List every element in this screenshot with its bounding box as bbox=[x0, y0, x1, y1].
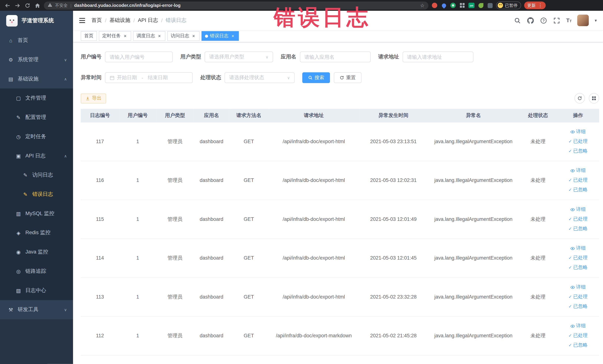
action-ignore-link[interactable]: ✓已忽略 bbox=[557, 341, 599, 350]
cell-actions: 详细✓已处理✓已忽略 bbox=[557, 200, 599, 239]
action-label: 已忽略 bbox=[573, 185, 588, 195]
font-size-icon[interactable]: TT bbox=[566, 17, 572, 23]
reload-icon[interactable] bbox=[24, 2, 31, 9]
help-icon[interactable]: ? bbox=[540, 17, 547, 24]
github-icon[interactable] bbox=[527, 17, 534, 24]
edit-icon: ✎ bbox=[15, 114, 22, 120]
extension-red-icon[interactable] bbox=[431, 2, 438, 8]
sidebar-item-redis-monitor[interactable]: ◈Redis 监控 bbox=[0, 223, 73, 242]
select-placeholder: 请选择用户类型 bbox=[209, 53, 244, 60]
action-detail-link[interactable]: 详细 bbox=[557, 166, 599, 176]
breadcrumb-infrastructure[interactable]: 基础设施 bbox=[110, 17, 130, 24]
breadcrumb-home[interactable]: 首页 bbox=[92, 17, 102, 24]
end-date-placeholder: 结束日期 bbox=[148, 74, 168, 81]
extension-green-circle-icon[interactable] bbox=[450, 2, 456, 8]
profile-sync-paused-chip[interactable]: 已暂停 bbox=[496, 1, 521, 9]
sidebar-item-trace[interactable]: ◎链路追踪 bbox=[0, 262, 73, 281]
sidebar-item-home[interactable]: ⌂首页 bbox=[0, 31, 73, 50]
tab-job[interactable]: 定时任务× bbox=[99, 31, 131, 41]
breadcrumb-api-log[interactable]: API 日志 bbox=[138, 17, 158, 24]
filter-user-id: 用户编号 bbox=[81, 52, 173, 62]
search-icon[interactable] bbox=[514, 17, 521, 24]
action-label: 已处理 bbox=[573, 292, 588, 302]
user-type-select[interactable]: 请选择用户类型 ∨ bbox=[205, 52, 273, 62]
browser-home-icon[interactable] bbox=[34, 2, 41, 9]
export-button[interactable]: 导出 bbox=[81, 93, 106, 103]
sidebar-filler bbox=[0, 319, 73, 364]
exception-time-range-picker[interactable]: 开始日期 - 结束日期 bbox=[105, 72, 193, 83]
chevron-down-icon[interactable]: ▾ bbox=[595, 18, 597, 23]
back-icon[interactable] bbox=[4, 2, 11, 9]
user-id-input[interactable] bbox=[105, 52, 173, 62]
action-processed-link[interactable]: ✓已处理 bbox=[557, 137, 599, 146]
action-ignore-link[interactable]: ✓已忽略 bbox=[557, 146, 599, 156]
cell-user-id: 1 bbox=[119, 277, 156, 316]
forward-icon[interactable] bbox=[14, 2, 21, 9]
process-status-select[interactable]: 请选择处理状态 ∨ bbox=[225, 72, 295, 83]
reset-button[interactable]: 重置 bbox=[334, 72, 361, 83]
sidebar-item-file-management[interactable]: ▢文件管理 bbox=[0, 88, 73, 108]
extension-leaf-icon[interactable] bbox=[478, 2, 484, 8]
extension-on-badge-icon[interactable]: on bbox=[468, 2, 475, 8]
sidebar-item-label: 日志中心 bbox=[25, 287, 46, 294]
extensions-puzzle-icon[interactable] bbox=[459, 2, 465, 8]
tab-close-icon[interactable]: × bbox=[123, 33, 128, 38]
action-processed-link[interactable]: ✓已处理 bbox=[557, 331, 599, 341]
hamburger-icon[interactable] bbox=[78, 16, 86, 24]
sidebar-item-system-management[interactable]: ⚙系统管理∨ bbox=[0, 50, 73, 69]
sidebar-item-scheduled-job[interactable]: ◷定时任务 bbox=[0, 127, 73, 146]
start-date-placeholder: 开始日期 bbox=[117, 74, 137, 81]
browser-update-button[interactable]: 更新 ⋮ bbox=[524, 1, 546, 9]
address-bar[interactable]: 不安全 | dashboard.yudao.iocoder.cn/infra/l… bbox=[44, 1, 429, 10]
sidebar-item-access-log[interactable]: ✎访问日志 bbox=[0, 165, 73, 185]
action-detail-link[interactable]: 详细 bbox=[557, 244, 599, 253]
search-button[interactable]: 搜索 bbox=[302, 72, 330, 83]
sidebar-item-log-center[interactable]: ▧日志中心 bbox=[0, 281, 73, 300]
tab-close-icon[interactable]: × bbox=[191, 33, 196, 38]
action-detail-link[interactable]: 详细 bbox=[557, 282, 599, 292]
action-processed-link[interactable]: ✓已处理 bbox=[557, 253, 599, 263]
refresh-button[interactable] bbox=[574, 93, 585, 104]
tab-access-log[interactable]: 访问日志× bbox=[167, 31, 199, 41]
browser-toolbar: 不安全 | dashboard.yudao.iocoder.cn/infra/l… bbox=[0, 0, 603, 11]
action-ignore-link[interactable]: ✓已忽略 bbox=[557, 302, 599, 311]
column-header-request-url: 请求地址 bbox=[268, 109, 359, 122]
action-detail-link[interactable]: 详细 bbox=[557, 127, 599, 137]
column-settings-button[interactable] bbox=[589, 93, 599, 104]
tab-close-icon[interactable]: × bbox=[157, 33, 162, 38]
sidebar-item-infrastructure[interactable]: ▤基础设施∧ bbox=[0, 69, 73, 88]
app-name-input[interactable] bbox=[300, 52, 371, 62]
sidebar-logo[interactable]: 芋道管理系统 bbox=[0, 11, 73, 31]
avatar[interactable] bbox=[577, 15, 589, 26]
action-detail-link[interactable]: 详细 bbox=[557, 205, 599, 214]
action-processed-link[interactable]: ✓已处理 bbox=[557, 214, 599, 224]
tab-job-log[interactable]: 调度日志× bbox=[133, 31, 165, 41]
tab-close-icon[interactable]: × bbox=[231, 33, 235, 38]
tab-error-log[interactable]: 错误日志× bbox=[201, 31, 239, 41]
sidebar-item-java-monitor[interactable]: ◉Java 监控 bbox=[0, 242, 73, 262]
check-icon: ✓ bbox=[568, 214, 572, 224]
sidebar-item-api-log[interactable]: ▣API 日志∧ bbox=[0, 146, 73, 165]
extension-drop-icon[interactable] bbox=[441, 2, 447, 8]
fullscreen-icon[interactable] bbox=[553, 17, 560, 24]
check-icon: ✓ bbox=[568, 137, 572, 146]
action-ignore-link[interactable]: ✓已忽略 bbox=[557, 263, 599, 272]
extension-dark-icon[interactable] bbox=[487, 2, 493, 8]
refresh-icon bbox=[340, 75, 344, 80]
sidebar-item-mysql-monitor[interactable]: ▥MySQL 监控 bbox=[0, 204, 73, 223]
action-ignore-link[interactable]: ✓已忽略 bbox=[557, 224, 599, 234]
bookmark-star-icon[interactable]: ☆ bbox=[420, 2, 425, 8]
request-url-input[interactable] bbox=[402, 52, 473, 62]
sidebar-item-error-log[interactable]: ✎错误日志 bbox=[0, 185, 73, 204]
action-processed-link[interactable]: ✓已处理 bbox=[557, 292, 599, 302]
sidebar-item-dev-tools[interactable]: ⚒研发工具∨ bbox=[0, 300, 73, 319]
chevron-up-icon: ∧ bbox=[64, 77, 67, 81]
tab-home[interactable]: 首页 bbox=[81, 31, 97, 41]
sidebar-item-label: 错误日志 bbox=[32, 191, 53, 198]
action-detail-link[interactable]: 详细 bbox=[557, 321, 599, 331]
action-ignore-link[interactable]: ✓已忽略 bbox=[557, 185, 599, 195]
browser-menu-icon[interactable]: ⋮ bbox=[538, 3, 543, 8]
action-processed-link[interactable]: ✓已处理 bbox=[557, 176, 599, 185]
sidebar-item-config-management[interactable]: ✎配置管理 bbox=[0, 108, 73, 127]
cell-user-id: 1 bbox=[119, 122, 156, 161]
